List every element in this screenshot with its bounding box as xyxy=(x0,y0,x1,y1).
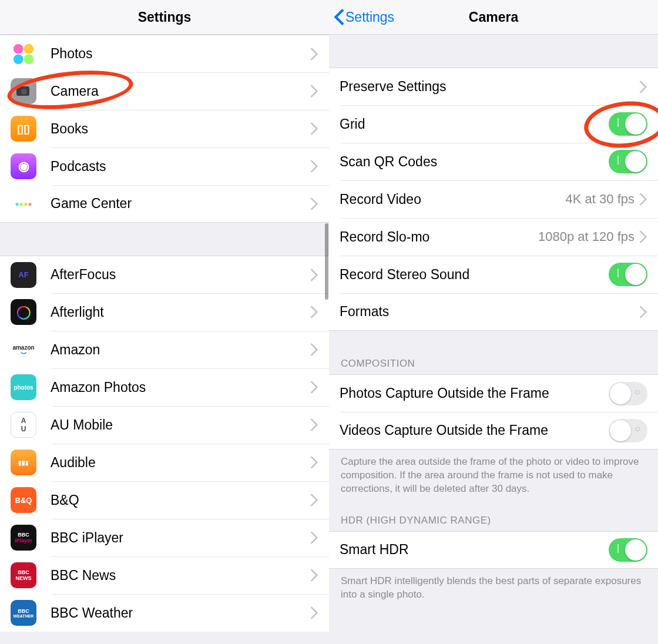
chevron-right-icon xyxy=(639,80,647,93)
row-label: Formats xyxy=(340,304,639,320)
row-grid: Grid xyxy=(329,105,658,143)
composition-header: Composition xyxy=(329,331,658,374)
stereo-toggle[interactable] xyxy=(609,263,647,286)
row-label: Game Center xyxy=(51,196,310,212)
row-record-video[interactable]: Record Video 4K at 30 fps xyxy=(329,180,658,218)
scrollbar[interactable] xyxy=(325,223,328,300)
bbc-weather-icon xyxy=(11,600,36,626)
row-label: Photos xyxy=(51,46,310,62)
gamecenter-icon xyxy=(11,191,36,217)
row-label: Amazon xyxy=(51,342,310,358)
row-label: Books xyxy=(51,121,310,137)
afterlight-icon xyxy=(11,299,36,325)
chevron-right-icon xyxy=(310,160,318,173)
audible-icon xyxy=(11,450,36,475)
row-label: Podcasts xyxy=(51,159,310,175)
row-label: Grid xyxy=(340,116,609,132)
settings-row-bbc-iplayer[interactable]: BBC iPlayer xyxy=(0,519,329,556)
chevron-right-icon xyxy=(310,531,318,544)
chevron-right-icon xyxy=(310,418,318,431)
row-label: BBC iPlayer xyxy=(51,530,310,546)
chevron-right-icon xyxy=(310,306,318,318)
chevron-right-icon xyxy=(310,381,318,394)
row-label: Audible xyxy=(51,455,310,471)
row-photos-outside-frame: Photos Capture Outside the Frame xyxy=(329,374,658,412)
row-label: B&Q xyxy=(51,492,310,508)
row-label: Photos Capture Outside the Frame xyxy=(340,385,609,401)
chevron-right-icon xyxy=(639,230,647,243)
row-label: Record Stereo Sound xyxy=(340,267,609,283)
row-videos-outside-frame: Videos Capture Outside the Frame xyxy=(329,412,658,450)
row-label: Record Slo-mo xyxy=(340,229,538,245)
chevron-right-icon xyxy=(310,456,318,469)
row-label: AfterFocus xyxy=(51,267,310,283)
settings-row-afterfocus[interactable]: AfterFocus xyxy=(0,256,329,293)
settings-title: Settings xyxy=(138,9,192,25)
row-value: 4K at 30 fps xyxy=(566,192,634,207)
settings-row-photos[interactable]: Photos xyxy=(0,35,329,72)
back-button[interactable]: Settings xyxy=(334,9,394,25)
settings-row-afterlight[interactable]: Afterlight xyxy=(0,293,329,331)
settings-row-amazon-photos[interactable]: Amazon Photos xyxy=(0,368,329,406)
settings-row-gamecenter[interactable]: Game Center xyxy=(0,185,329,223)
chevron-right-icon xyxy=(310,269,318,281)
chevron-right-icon xyxy=(310,343,318,356)
books-icon xyxy=(11,116,36,142)
chevron-right-icon xyxy=(310,197,318,210)
row-stereo-sound: Record Stereo Sound xyxy=(329,256,658,293)
row-label: Afterlight xyxy=(51,304,310,320)
grid-toggle[interactable] xyxy=(609,112,647,136)
row-label: Preserve Settings xyxy=(340,79,639,95)
back-label: Settings xyxy=(345,9,394,25)
bbc-iplayer-icon xyxy=(11,525,36,551)
row-formats[interactable]: Formats xyxy=(329,293,658,331)
chevron-right-icon xyxy=(639,306,647,318)
settings-row-bq[interactable]: B&Q xyxy=(0,481,329,519)
settings-row-books[interactable]: Books xyxy=(0,110,329,147)
camera-title: Camera xyxy=(469,9,518,25)
row-record-slomo[interactable]: Record Slo-mo 1080p at 120 fps xyxy=(329,218,658,256)
chevron-right-icon xyxy=(310,48,318,61)
qr-toggle[interactable] xyxy=(609,150,647,173)
au-mobile-icon xyxy=(11,412,36,438)
chevron-left-icon xyxy=(334,9,344,25)
row-label: Scan QR Codes xyxy=(340,154,609,170)
composition-footer: Capture the area outside the frame of th… xyxy=(329,450,658,503)
camera-header: Settings Camera xyxy=(329,0,658,35)
row-smart-hdr: Smart HDR xyxy=(329,531,658,569)
row-label: AU Mobile xyxy=(51,417,310,433)
settings-row-au-mobile[interactable]: AU Mobile xyxy=(0,406,329,444)
amazon-icon xyxy=(11,337,36,363)
settings-row-amazon[interactable]: Amazon xyxy=(0,331,329,368)
smart-hdr-toggle[interactable] xyxy=(609,538,647,562)
row-value: 1080p at 120 fps xyxy=(538,229,634,244)
videos-outside-toggle[interactable] xyxy=(609,419,647,442)
settings-row-podcasts[interactable]: Podcasts xyxy=(0,147,329,185)
hdr-footer: Smart HDR intelligently blends the best … xyxy=(329,569,658,609)
settings-row-bbc-news[interactable]: BBC News xyxy=(0,556,329,594)
camera-settings[interactable]: Preserve Settings Grid Scan QR Codes Rec… xyxy=(329,35,658,644)
settings-pane: Settings Photos Camera Books Podcasts Ga… xyxy=(0,0,329,644)
afterfocus-icon xyxy=(11,262,36,288)
photos-outside-toggle[interactable] xyxy=(609,382,647,405)
chevron-right-icon xyxy=(310,85,318,98)
bq-icon xyxy=(11,487,36,513)
row-label: Camera xyxy=(51,83,310,99)
settings-row-camera[interactable]: Camera xyxy=(0,72,329,110)
settings-list[interactable]: Photos Camera Books Podcasts Game Center… xyxy=(0,35,329,644)
row-label: Videos Capture Outside the Frame xyxy=(340,422,609,438)
chevron-right-icon xyxy=(310,569,318,582)
chevron-right-icon xyxy=(310,606,318,619)
row-preserve-settings[interactable]: Preserve Settings xyxy=(329,68,658,105)
group-spacer xyxy=(329,35,658,68)
photos-icon xyxy=(11,41,36,67)
settings-row-audible[interactable]: Audible xyxy=(0,444,329,481)
chevron-right-icon xyxy=(310,122,318,135)
amazon-photos-icon xyxy=(11,374,36,400)
row-label: BBC Weather xyxy=(51,605,310,621)
row-label: Smart HDR xyxy=(340,542,609,558)
bbc-news-icon xyxy=(11,562,36,588)
settings-header: Settings xyxy=(0,0,329,35)
settings-row-bbc-weather[interactable]: BBC Weather xyxy=(0,594,329,632)
camera-pane: Settings Camera Preserve Settings Grid S… xyxy=(329,0,658,644)
